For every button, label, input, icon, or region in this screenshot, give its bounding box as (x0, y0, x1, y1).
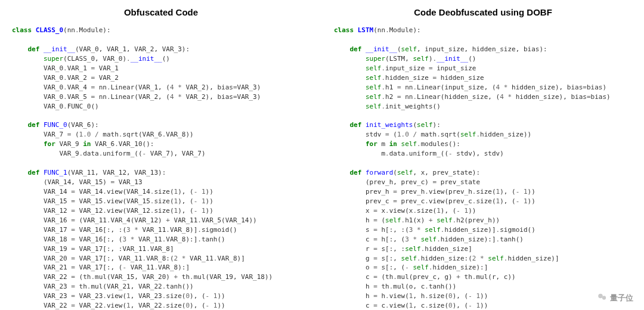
svg-point-1 (602, 296, 606, 299)
right-code-block: class LSTM(nn.Module): def __init__(self… (334, 26, 632, 310)
watermark-text: 量子位 (610, 293, 633, 303)
left-code-block: class CLASS_0(nn.Module): def __init__(V… (12, 26, 310, 310)
right-title: Code Deobfuscated using DOBF (334, 7, 632, 17)
svg-point-0 (598, 294, 603, 299)
left-column: Obfuscated Code class CLASS_0(nn.Module)… (0, 0, 322, 310)
watermark: 量子位 (597, 292, 633, 304)
left-title: Obfuscated Code (12, 7, 310, 17)
comparison-container: Obfuscated Code class CLASS_0(nn.Module)… (0, 0, 644, 310)
wechat-icon (597, 292, 608, 304)
right-column: Code Deobfuscated using DOBF class LSTM(… (322, 0, 644, 310)
